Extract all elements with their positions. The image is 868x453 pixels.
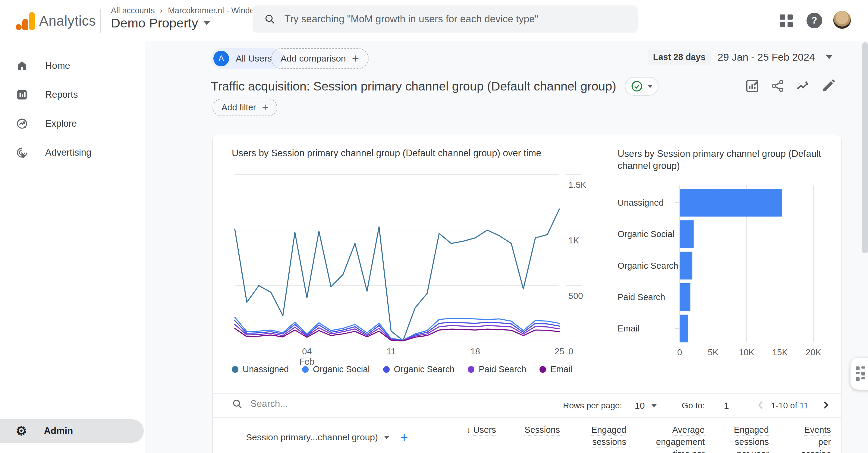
sidebar-nav: Home Reports Explore Advertising ⚙ Admin [0,41,145,453]
svg-text:04: 04 [302,346,312,356]
legend-dot [232,366,239,373]
segment-initial-badge: A [213,51,229,66]
sidebar-item-admin[interactable]: ⚙ Admin [0,419,144,443]
line-chart-title: Users by Session primary channel group (… [232,148,541,159]
column-header-average-engagement-time[interactable]: Average engagement time per [626,425,705,453]
svg-text:18: 18 [470,346,480,356]
add-comparison-button[interactable]: Add comparison + [271,48,369,69]
page-title: Traffic acquisition: Session primary cha… [211,79,616,93]
goto-page-input[interactable]: 1 [724,400,729,411]
line-chart[interactable]: 1.5K1K500004Feb111825 [231,165,587,367]
svg-text:10K: 10K [739,347,754,357]
add-dimension-icon[interactable]: + [400,431,408,444]
svg-text:0: 0 [568,346,573,356]
sidebar-item-home[interactable]: Home [0,51,145,80]
app-header: Analytics All accounts › Marcokramer.nl … [0,0,868,41]
column-header-sessions[interactable]: Sessions [496,425,560,453]
data-quality-badge[interactable] [625,77,658,95]
chart-edit-icon[interactable] [745,79,760,93]
previous-page-icon[interactable] [754,398,767,412]
legend-item: Paid Search [468,364,526,374]
legend-dot [383,366,390,373]
user-avatar[interactable] [833,11,851,29]
insights-fab[interactable] [850,358,868,390]
advertising-icon [16,146,28,159]
svg-text:1K: 1K [568,235,579,245]
search-icon [264,13,276,25]
sidebar-item-advertising[interactable]: Advertising [0,138,145,167]
column-header-users[interactable]: ↓Users [440,425,496,453]
pagination-range: 1-10 of 11 [771,401,808,410]
reports-icon [16,88,28,101]
legend-item: Email [539,364,572,374]
column-header-engaged-sessions-per-user[interactable]: Engaged sessions per user [705,425,769,453]
bar-chart-title: Users by Session primary channel group (… [618,148,829,172]
analytics-logo-icon[interactable] [16,11,36,30]
table-search-input[interactable]: Search... [232,398,288,409]
legend-dot [468,366,474,373]
svg-text:Unassigned: Unassigned [618,198,664,207]
svg-text:500: 500 [568,291,583,301]
svg-text:1.5K: 1.5K [568,180,587,190]
explore-icon [16,117,28,130]
plus-icon: + [352,53,359,64]
next-page-icon[interactable] [819,398,832,412]
chevron-down-icon [204,21,210,25]
apps-grid-icon[interactable] [780,15,793,27]
chevron-right-icon: › [160,6,163,15]
search-placeholder: Try searching "MoM growth in users for e… [284,13,538,25]
column-header-events-per-session[interactable]: Events per session [769,425,831,453]
legend-dot [539,366,546,373]
dimension-header-select[interactable]: Session primary...channel group) + [246,431,408,444]
share-icon[interactable] [770,79,785,93]
rows-per-page-label: Rows per page: [563,401,622,410]
divider [213,417,841,418]
svg-text:Paid Search: Paid Search [618,292,665,302]
goto-label: Go to: [682,401,705,410]
property-selector[interactable]: Demo Property [111,16,210,30]
chevron-down-icon [384,436,390,439]
legend-item: Unassigned [232,364,289,374]
breadcrumb-property[interactable]: Marcokramer.nl - Winde... [168,6,261,15]
add-filter-button[interactable]: Add filter + [213,98,277,116]
check-circle-icon [630,80,643,93]
report-card: Users by Session primary channel group (… [213,135,841,453]
insights-panel-icon [856,366,865,381]
sidebar-item-reports[interactable]: Reports [0,80,145,109]
insights-icon[interactable] [796,79,810,93]
breadcrumb-account[interactable]: All accounts [111,6,155,15]
bar-chart[interactable]: 05K10K15K20KUnassignedOrganic SocialOrga… [614,180,838,361]
search-icon [232,398,243,409]
svg-text:Organic Social: Organic Social [618,229,675,239]
header-divider [100,9,101,33]
svg-text:5K: 5K [708,347,718,357]
plus-icon: + [262,102,268,113]
svg-text:20K: 20K [806,347,821,357]
legend-item: Organic Search [383,364,455,374]
edit-pencil-icon[interactable] [821,79,835,93]
svg-text:Email: Email [618,323,640,333]
svg-text:15K: 15K [772,347,788,357]
home-icon [16,59,28,72]
svg-text:11: 11 [387,346,396,356]
chevron-down-icon [651,404,657,407]
table-header-row: ↓Users Sessions Engaged sessions Average… [440,425,831,453]
svg-text:25: 25 [555,346,564,356]
table-toolbar: Search... Rows per page: 10 Go to: 1 1-1… [213,394,841,417]
chevron-down-icon [826,55,832,59]
date-preset-label: Last 28 days [648,50,711,64]
rows-per-page-select[interactable]: 10 [635,400,657,411]
legend-item: Organic Social [302,364,370,374]
sidebar-item-explore[interactable]: Explore [0,109,145,138]
breadcrumb[interactable]: All accounts › Marcokramer.nl - Winde... [111,6,261,16]
global-search-input[interactable]: Try searching "MoM growth in users for e… [253,5,638,33]
date-range-picker[interactable]: Last 28 days 29 Jan - 25 Feb 2024 [648,50,832,64]
column-header-engaged-sessions[interactable]: Engaged sessions [560,425,626,453]
sort-descending-icon: ↓ [467,425,471,434]
brand-name: Analytics [39,13,96,29]
vertical-scrollbar[interactable] [862,42,868,253]
date-range-value: 29 Jan - 25 Feb 2024 [718,51,815,63]
svg-text:Organic Search: Organic Search [618,261,678,271]
main-content: A All Users Add comparison + Last 28 day… [145,41,868,453]
help-icon[interactable]: ? [807,13,822,28]
